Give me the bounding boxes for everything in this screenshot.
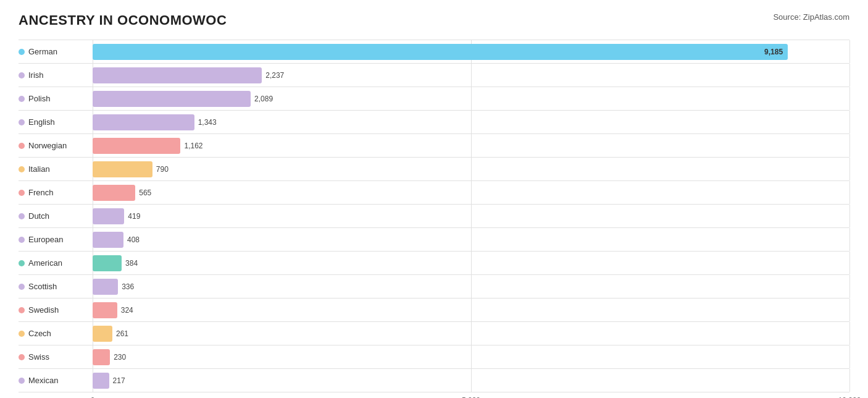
bar-label: Norwegian xyxy=(19,138,93,153)
bar-label-text: German xyxy=(28,47,57,56)
page-title: ANCESTRY IN OCONOMOWOC xyxy=(19,12,227,28)
bar-container: 1,343 xyxy=(93,111,849,133)
bar-value: 217 xyxy=(113,376,125,385)
bar-label-text: Scottish xyxy=(28,282,57,291)
table-row: English1,343 xyxy=(19,110,849,133)
bar-label: French xyxy=(19,185,93,200)
bar-label-text: French xyxy=(28,188,53,197)
bar-container: 230 xyxy=(93,345,849,368)
bar-label: Italian xyxy=(19,162,93,176)
bar-label-text: Dutch xyxy=(28,211,49,221)
bar-container: 261 xyxy=(93,322,849,345)
bar-container: 790 xyxy=(93,158,849,180)
table-row: Mexican217 xyxy=(19,368,849,392)
bar-value: 324 xyxy=(121,306,133,315)
bar-label: Scottish xyxy=(19,279,93,294)
bar-container: 336 xyxy=(93,275,849,298)
bar-container: 384 xyxy=(93,252,849,274)
bar-dot xyxy=(19,49,25,55)
bar-fill: 565 xyxy=(93,185,135,201)
bar-dot xyxy=(19,284,25,290)
bar-container: 1,162 xyxy=(93,134,849,157)
bar-value: 408 xyxy=(127,235,140,244)
table-row: Scottish336 xyxy=(19,274,849,298)
bar-dot xyxy=(19,354,25,360)
bar-fill: 2,237 xyxy=(93,67,262,83)
bar-fill: 384 xyxy=(93,255,122,271)
bar-value: 9,185 xyxy=(764,48,783,56)
bar-label-text: American xyxy=(28,258,62,268)
bar-fill: 217 xyxy=(93,373,109,389)
bar-label: Mexican xyxy=(19,373,93,387)
table-row: Dutch419 xyxy=(19,204,849,227)
bar-label: Swedish xyxy=(19,303,93,317)
bar-dot xyxy=(19,72,25,78)
bar-value: 1,343 xyxy=(198,118,217,127)
table-row: American384 xyxy=(19,251,849,274)
bar-label: European xyxy=(19,232,93,247)
table-row: Polish2,089 xyxy=(19,87,849,110)
bar-dot xyxy=(19,166,25,172)
table-row: Swiss230 xyxy=(19,345,849,368)
bar-dot xyxy=(19,119,25,125)
bar-dot xyxy=(19,213,25,219)
chart-area: German9,185Irish2,237Polish2,089English1… xyxy=(19,40,849,398)
table-row: Czech261 xyxy=(19,321,849,345)
bar-fill: 261 xyxy=(93,326,112,342)
bar-value: 565 xyxy=(139,188,151,197)
bar-fill: 790 xyxy=(93,161,152,177)
bars-container: German9,185Irish2,237Polish2,089English1… xyxy=(19,40,849,392)
bar-container: 408 xyxy=(93,228,849,251)
bar-container: 9,185 xyxy=(93,40,849,63)
bar-label: American xyxy=(19,256,93,270)
bar-container: 324 xyxy=(93,298,849,321)
bar-label-text: European xyxy=(28,235,63,244)
bar-value: 790 xyxy=(156,165,169,174)
bar-dot xyxy=(19,307,25,313)
bar-container: 419 xyxy=(93,205,849,227)
bar-label: Swiss xyxy=(19,350,93,364)
bar-container: 565 xyxy=(93,181,849,204)
bar-label-text: Polish xyxy=(28,94,50,103)
bar-dot xyxy=(19,190,25,196)
bar-label: English xyxy=(19,115,93,129)
table-row: European408 xyxy=(19,227,849,251)
bar-container: 217 xyxy=(93,369,849,392)
bar-label: Irish xyxy=(19,68,93,82)
source-label: Source: ZipAtlas.com xyxy=(773,12,849,22)
table-row: French565 xyxy=(19,180,849,204)
table-row: Swedish324 xyxy=(19,298,849,321)
bar-label: Czech xyxy=(19,326,93,341)
bar-value: 230 xyxy=(114,353,126,362)
bar-fill: 419 xyxy=(93,208,124,224)
bar-value: 384 xyxy=(125,259,138,268)
bar-label: Dutch xyxy=(19,209,93,223)
bar-label-text: Swiss xyxy=(28,352,49,362)
bar-label: German xyxy=(19,44,93,59)
bar-fill: 2,089 xyxy=(93,91,251,107)
bar-dot xyxy=(19,378,25,384)
bar-fill: 336 xyxy=(93,279,118,295)
bar-dot xyxy=(19,143,25,149)
bar-fill: 324 xyxy=(93,302,117,318)
bar-fill: 230 xyxy=(93,349,110,365)
bar-value: 2,089 xyxy=(254,95,273,103)
bar-fill: 9,185 xyxy=(93,44,788,60)
bar-label-text: Czech xyxy=(28,329,51,338)
bar-label-text: English xyxy=(28,117,55,127)
bar-dot xyxy=(19,96,25,102)
bar-fill: 1,162 xyxy=(93,138,180,154)
bar-dot xyxy=(19,260,25,266)
bar-label-text: Irish xyxy=(28,70,44,80)
table-row: German9,185 xyxy=(19,40,849,63)
bar-label-text: Norwegian xyxy=(28,141,67,150)
bar-label-text: Italian xyxy=(28,164,50,174)
table-row: Norwegian1,162 xyxy=(19,133,849,157)
bar-container: 2,089 xyxy=(93,87,849,110)
bar-value: 261 xyxy=(116,329,128,338)
bar-label: Polish xyxy=(19,91,93,106)
bar-fill: 408 xyxy=(93,232,123,248)
bar-dot xyxy=(19,331,25,337)
bar-container: 2,237 xyxy=(93,64,849,87)
table-row: Italian790 xyxy=(19,157,849,180)
